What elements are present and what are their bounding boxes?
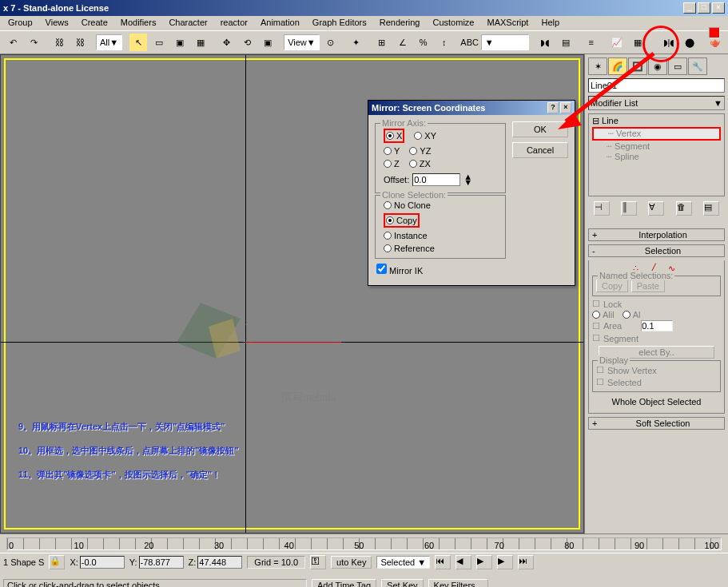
menu-reactor[interactable]: reactor	[216, 18, 253, 29]
clone-reference-radio[interactable]: Reference	[384, 244, 497, 253]
utilities-tab-icon[interactable]: 🔧	[688, 58, 707, 75]
unlink-icon[interactable]: ⛓	[70, 33, 90, 52]
menu-modifiers[interactable]: Modifiers	[116, 18, 161, 29]
move-icon[interactable]: ✥	[217, 33, 236, 52]
axis-z-radio[interactable]: Z	[384, 159, 400, 169]
pivot-icon[interactable]: ⊙	[321, 33, 340, 52]
keyfilters-button[interactable]: Key Filters...	[428, 579, 488, 587]
stack-segment[interactable]: ┈ Segment	[592, 141, 721, 152]
named-sel-set-icon[interactable]: ABC	[460, 33, 479, 52]
dialog-close-icon[interactable]: ×	[560, 102, 571, 113]
curve-editor-icon[interactable]: 📈	[607, 33, 627, 52]
prev-frame-icon[interactable]: ◀	[455, 555, 471, 569]
clone-none-radio[interactable]: No Clone	[384, 200, 497, 210]
create-tab-icon[interactable]: ✶	[588, 58, 607, 75]
link-icon[interactable]: ⛓	[50, 33, 69, 52]
lock-checkbox[interactable]: ☐ Lock	[592, 298, 721, 310]
stack-root-line[interactable]: ⊟ Line	[592, 116, 721, 126]
rollout-selection[interactable]: -Selection	[588, 244, 725, 257]
remove-modifier-icon[interactable]: 🗑	[676, 201, 692, 216]
maximize-button[interactable]: □	[698, 2, 710, 14]
pin-stack-icon[interactable]: ⊣	[594, 201, 610, 216]
keymode-drop[interactable]: Selected ▼	[376, 556, 430, 569]
named-sel-drop[interactable]: ▼	[481, 34, 529, 50]
shape-line[interactable]	[245, 342, 341, 343]
rotate-icon[interactable]: ⟲	[237, 33, 257, 52]
menu-character[interactable]: Character	[164, 18, 212, 29]
lock-selection-icon[interactable]: 🔒	[49, 555, 65, 569]
undo-icon[interactable]: ↶	[3, 33, 22, 52]
clone-copy-radio[interactable]: Copy	[386, 216, 417, 225]
menu-help[interactable]: Help	[536, 18, 564, 29]
cancel-button[interactable]: Cancel	[512, 142, 568, 158]
close-button[interactable]: ×	[712, 2, 725, 14]
object-name-input[interactable]	[588, 78, 725, 93]
axis-y-radio[interactable]: Y	[384, 146, 400, 156]
menu-animation[interactable]: Animation	[256, 18, 304, 29]
scale-icon[interactable]: ▣	[258, 33, 277, 52]
autokey-button[interactable]: uto Key	[331, 556, 372, 569]
clone-instance-radio[interactable]: Instance	[384, 231, 497, 240]
menu-grapheditors[interactable]: Graph Editors	[308, 18, 372, 29]
area-checkbox[interactable]: ☐ Area	[592, 319, 721, 332]
next-frame-icon[interactable]: ▶	[497, 555, 513, 569]
material-editor-icon[interactable]: ⬤	[680, 33, 699, 52]
snap-angle-icon[interactable]: ∠	[393, 33, 412, 52]
x-coord-input[interactable]	[80, 556, 125, 569]
snap-percent-icon[interactable]: %	[414, 33, 433, 52]
select-icon[interactable]: ↖	[129, 33, 148, 52]
motion-tab-icon[interactable]: ◉	[648, 58, 667, 75]
menu-customize[interactable]: Customize	[428, 18, 479, 29]
redo-icon[interactable]: ↷	[24, 33, 43, 52]
mirror-icon[interactable]: ◗◖	[535, 33, 555, 52]
ok-button[interactable]: OK	[512, 121, 568, 137]
manipulate-icon[interactable]: ✦	[347, 33, 366, 52]
timeline[interactable]: 0 10 20 30 40 50 60 70 80 90 100	[0, 533, 728, 553]
show-vertex-checkbox[interactable]: ☐ Show Vertex	[596, 364, 717, 376]
selection-filter-drop[interactable]: All ▼	[96, 34, 122, 50]
display-tab-icon[interactable]: ▭	[668, 58, 687, 75]
modify-tab-icon[interactable]: 🌈	[608, 58, 627, 75]
addtimetag-button[interactable]: Add Time Tag	[312, 579, 376, 587]
stack-vertex[interactable]: ┈ Vertex	[592, 127, 721, 141]
modifier-stack[interactable]: ⊟ Line ┈ Vertex ┈ Segment ┈ Spline	[588, 113, 725, 196]
menu-views[interactable]: Views	[41, 18, 74, 29]
schematic-icon[interactable]: ▦	[628, 33, 647, 52]
y-coord-input[interactable]	[139, 556, 184, 569]
goto-end-icon[interactable]: ⏭	[518, 555, 534, 569]
z-coord-input[interactable]	[197, 556, 242, 569]
axis-yz-radio[interactable]: YZ	[409, 146, 431, 156]
axis-x-radio[interactable]: X	[386, 131, 402, 141]
al-radio[interactable]: Al	[623, 310, 641, 319]
select-name-icon[interactable]: ▭	[149, 33, 169, 52]
axis-xy-radio[interactable]: XY	[414, 129, 436, 143]
configure-sets-icon[interactable]: ▤	[703, 201, 719, 216]
key-icon[interactable]: ⚿	[310, 555, 326, 569]
axis-zx-radio[interactable]: ZX	[409, 159, 431, 169]
modifier-list-drop[interactable]: Modifier List▼	[588, 96, 725, 110]
rollout-interpolation[interactable]: +Interpolation	[588, 228, 725, 241]
align-icon[interactable]: ▤	[556, 33, 575, 52]
area-value-input[interactable]	[641, 320, 673, 331]
minimize-button[interactable]: _	[683, 2, 696, 14]
menu-maxscript[interactable]: MAXScript	[482, 18, 533, 29]
menu-group[interactable]: Group	[3, 18, 38, 29]
refcoord-drop[interactable]: View ▼	[284, 34, 320, 50]
layers-icon[interactable]: ≡	[582, 33, 601, 52]
setkey-button[interactable]: Set Key	[381, 579, 424, 587]
mirror-button-icon[interactable]: ◗|◖	[659, 33, 678, 52]
window-crossing-icon[interactable]: ▦	[191, 33, 210, 52]
dialog-help-icon[interactable]: ?	[547, 102, 559, 113]
offset-input[interactable]	[412, 173, 460, 186]
spinner-snap-icon[interactable]: ↕	[435, 33, 454, 52]
select-region-icon[interactable]: ▣	[170, 33, 189, 52]
dialog-titlebar[interactable]: Mirror: Screen Coordinates ? ×	[368, 101, 575, 115]
hierarchy-tab-icon[interactable]: 🔲	[628, 58, 647, 75]
goto-start-icon[interactable]: ⏮	[435, 555, 451, 569]
show-result-icon[interactable]: ║	[621, 201, 637, 216]
stack-spline[interactable]: ┈ Spline	[592, 152, 721, 162]
spinner-down-icon[interactable]: ▼	[463, 180, 472, 185]
menu-rendering[interactable]: Rendering	[375, 18, 425, 29]
snap-icon[interactable]: ⊞	[372, 33, 392, 52]
menu-create[interactable]: Create	[77, 18, 113, 29]
